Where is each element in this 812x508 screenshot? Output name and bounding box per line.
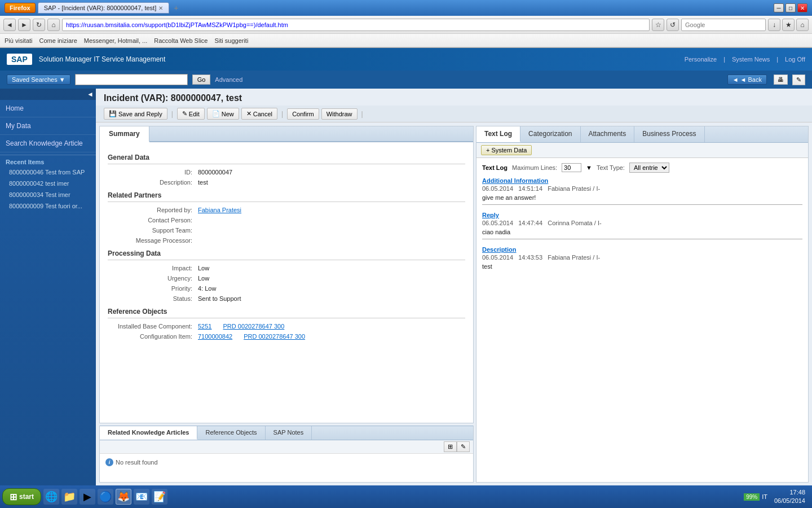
log-entry-1-title[interactable]: Reply <box>482 212 802 218</box>
reported-by-value[interactable]: Fabiana Pratesi <box>198 207 241 213</box>
taskbar-outlook-icon[interactable]: 📧 <box>134 489 149 505</box>
home-nav-button[interactable]: ⌂ <box>796 19 809 31</box>
log-entry-2-title[interactable]: Description <box>482 246 802 253</box>
tab-categorization[interactable]: Categorization <box>520 126 580 142</box>
status-label: Status: <box>108 295 198 302</box>
taskbar-explorer-icon[interactable]: 📁 <box>61 489 77 505</box>
browser-search[interactable] <box>681 19 766 31</box>
right-tab-bar: Text Log Categorization Attachments Busi… <box>476 126 808 143</box>
sidebar-item-home[interactable]: Home <box>0 100 96 117</box>
home-button[interactable]: ⌂ <box>47 19 60 31</box>
tab-summary[interactable]: Summary <box>100 126 149 142</box>
sidebar-item-search-knowledge[interactable]: Search Knowledge Article <box>0 135 96 152</box>
save-reply-label: Save and Reply <box>118 111 162 117</box>
contact-person-label: Contact Person: <box>108 217 198 224</box>
no-result-text: No result found <box>116 459 158 466</box>
tab-text-log[interactable]: Text Log <box>476 126 520 142</box>
taskbar-firefox-icon[interactable]: 🦊 <box>116 489 131 505</box>
language-indicator: IT <box>762 493 767 500</box>
reload-button[interactable]: ↻ <box>33 19 45 31</box>
system-news-link[interactable]: System News <box>732 56 770 63</box>
recent-item-1[interactable]: 8000000042 test imer <box>0 178 96 189</box>
outlook-icon: 📧 <box>135 491 148 503</box>
taskbar-chrome-icon[interactable]: 🔵 <box>98 489 113 505</box>
bookmark-messenger[interactable]: Messenger, Hotmail, ... <box>84 37 148 44</box>
pencil-button[interactable]: ✎ <box>792 75 805 85</box>
save-reply-button[interactable]: 💾 Save and Reply <box>104 108 167 120</box>
tab-related-knowledge[interactable]: Related Knowledge Articles <box>100 426 197 440</box>
navigation-bar: ◄ ► ↻ ⌂ ☆ ↺ ↓ ★ ⌂ <box>0 16 812 34</box>
go-button[interactable]: Go <box>192 75 211 85</box>
maximize-button[interactable]: □ <box>785 3 796 12</box>
cancel-button[interactable]: ✕ Cancel <box>241 108 277 120</box>
tab-reference-objects[interactable]: Reference Objects <box>197 426 265 440</box>
windows-icon: ⊞ <box>10 492 17 502</box>
print-button[interactable]: 🖶 <box>774 75 788 85</box>
related-partners-title: Related Partners <box>108 191 465 202</box>
edit-view-button[interactable]: ✎ <box>457 441 470 452</box>
bookmark-piu-visitati[interactable]: Più visitati <box>5 37 33 44</box>
taskbar-media-icon[interactable]: ▶ <box>80 489 95 505</box>
start-button[interactable]: ⊞ start <box>2 488 41 505</box>
max-lines-input[interactable] <box>562 163 581 172</box>
browser-tab-active[interactable]: SAP - [Incident (VAR): 8000000047, test]… <box>38 2 170 14</box>
recent-item-0[interactable]: 8000000046 Test from SAP <box>0 167 96 178</box>
bookmarks-button[interactable]: ★ <box>782 19 795 31</box>
downloads-button[interactable]: ↓ <box>768 19 780 31</box>
tab-attachments[interactable]: Attachments <box>581 126 635 142</box>
log-off-link[interactable]: Log Off <box>785 56 805 63</box>
config-item-link[interactable]: PRD 0020278647 300 <box>244 333 305 340</box>
tab-close-button[interactable]: ✕ <box>158 5 163 11</box>
new-button[interactable]: 📄 New <box>207 108 239 120</box>
id-label: ID: <box>108 169 198 176</box>
log-entry-0-meta: 06.05.2014 14:51:14 Fabiana Pratesi / I- <box>482 185 802 192</box>
installed-base-link[interactable]: PRD 0020278647 300 <box>223 323 284 330</box>
saved-searches-button[interactable]: Saved Searches ▼ <box>7 75 70 85</box>
log-entry-0: Additional Information 06.05.2014 14:51:… <box>482 177 802 205</box>
log-entry-2-meta: 06.05.2014 14:43:53 Fabiana Pratesi / I- <box>482 254 802 261</box>
edit-button[interactable]: ✎ Edit <box>177 108 205 120</box>
withdraw-label: Withdraw <box>326 111 352 117</box>
new-tab-button[interactable]: + <box>174 3 178 12</box>
sidebar-toggle[interactable]: ◄ <box>0 89 96 100</box>
toolbar-sep-1: | <box>170 110 175 118</box>
bookmark-raccolta[interactable]: Raccolta Web Slice <box>154 37 208 44</box>
bookmark-come-iniziare[interactable]: Come iniziare <box>39 37 77 44</box>
refresh-btn[interactable]: ↺ <box>667 19 679 31</box>
status-value: Sent to Support <box>198 295 241 302</box>
recent-item-2[interactable]: 8000000034 Test imer <box>0 189 96 200</box>
taskbar-word-icon[interactable]: 📝 <box>152 489 167 505</box>
back-button[interactable]: ◄ ◄ Back <box>727 75 767 85</box>
address-bar[interactable] <box>62 19 650 31</box>
confirm-button[interactable]: Confirm <box>287 108 319 120</box>
close-button[interactable]: ✕ <box>797 3 807 12</box>
bookmark-siti[interactable]: Siti suggeriti <box>214 37 248 44</box>
back-label: ◄ Back <box>740 76 762 83</box>
installed-base-value[interactable]: 5251 <box>198 323 211 330</box>
log-entry-2-date: 06.05.2014 <box>482 254 513 261</box>
sap-logo: SAP <box>7 54 32 65</box>
back-nav-button[interactable]: ◄ <box>3 19 16 31</box>
minimize-button[interactable]: ─ <box>774 3 784 12</box>
bookmark-star[interactable]: ☆ <box>652 19 664 31</box>
personalize-link[interactable]: Personalize <box>685 56 717 63</box>
taskbar-ie-icon[interactable]: 🌐 <box>43 489 59 505</box>
tab-title: SAP - [Incident (VAR): 8000000047, test] <box>44 5 157 11</box>
log-entry-0-title[interactable]: Additional Information <box>482 177 802 184</box>
tab-sap-notes[interactable]: SAP Notes <box>266 426 312 440</box>
advanced-search-link[interactable]: Advanced <box>215 76 242 83</box>
firefox-menu-button[interactable]: Firefox <box>5 3 36 13</box>
start-label: start <box>19 493 34 501</box>
tab-business-process[interactable]: Business Process <box>634 126 704 142</box>
chrome-icon: 🔵 <box>99 491 112 503</box>
sidebar-item-mydata[interactable]: My Data <box>0 117 96 135</box>
forward-nav-button[interactable]: ► <box>18 19 30 31</box>
recent-item-3[interactable]: 8000000009 Test fuori or... <box>0 200 96 212</box>
main-search-input[interactable] <box>75 74 188 85</box>
text-type-select[interactable]: All entrie <box>629 163 669 173</box>
system-data-button[interactable]: + System Data <box>481 145 532 155</box>
config-item-value[interactable]: 7100000842 <box>198 333 232 340</box>
id-value: 8000000047 <box>198 169 232 176</box>
grid-view-button[interactable]: ⊞ <box>444 441 457 452</box>
withdraw-button[interactable]: Withdraw <box>321 108 358 120</box>
